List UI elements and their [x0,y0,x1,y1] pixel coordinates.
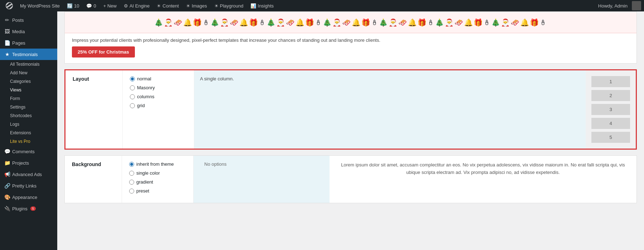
no-options-text: No options [204,161,226,167]
playground-label: Playground [220,3,244,9]
layout-radio-normal[interactable] [130,76,135,81]
promo-decorations: 🎄🎅🛷🔔🎁🕯🎄🎅🛷🔔🎁🕯🎄🎅🛷🔔🎁🕯🎄🎅🛷🔔🎁🕯🎄🎅🛷🔔🎁🕯🎄🎅🛷🔔🎁🕯🎄🎅🛷🔔… [65,12,636,33]
sidebar-item-testimonials[interactable]: ★ Testimonials [0,49,57,60]
playground-link[interactable]: ☀ Playground [211,0,247,11]
bg-radio-single-color[interactable] [129,171,134,176]
bg-inherit-label: inherit from theme [136,161,174,167]
bg-radio-inherit[interactable] [129,162,134,167]
user-avatar[interactable] [632,1,641,10]
column-btn-2[interactable]: 2 [591,90,630,101]
bg-option-preset[interactable]: preset [129,188,186,194]
ai-engine-label: AI Engine [130,3,150,9]
bg-option-single-color[interactable]: single color [129,170,186,176]
layout-masonry-label: Masonry [137,85,155,90]
main-content: 🎄🎅🛷🔔🎁🕯🎄🎅🛷🔔🎁🕯🎄🎅🛷🔔🎁🕯🎄🎅🛷🔔🎁🕯🎄🎅🛷🔔🎁🕯🎄🎅🛷🔔🎁🕯🎄🎅🛷🔔… [57,11,644,250]
bg-option-inherit[interactable]: inherit from theme [129,161,186,167]
content-link[interactable]: ☀ Content [154,0,182,11]
updates-count: 10 [74,3,79,9]
comments-link[interactable]: 💬 0 [83,0,99,11]
wp-wrapper: ✏ Posts 🖼 Media 📄 Pages ★ Testimonials A… [0,11,644,250]
insights-icon: 📊 [250,3,256,9]
insights-label: Insights [258,3,274,9]
admin-bar: My WordPress Site 🔄 10 💬 0 + New ⚙ AI En… [0,0,644,11]
images-link[interactable]: ☀ Images [183,0,210,11]
layout-normal-label: normal [137,76,151,81]
pretty-links-label: Pretty Links [12,183,36,189]
bg-radio-preset[interactable] [129,189,134,194]
pages-icon: 📄 [4,40,10,46]
bg-option-gradient[interactable]: gradient [129,179,186,185]
images-label: Images [192,3,207,9]
layout-option-masonry[interactable]: Masonry [130,85,187,90]
appearance-icon: 🎨 [4,194,10,200]
layout-columns: 1 2 3 4 5 [586,70,636,149]
submenu-views[interactable]: Views [0,86,57,94]
comments-menu-icon: 💬 [4,149,10,154]
comments-count: 0 [93,3,96,9]
submenu-shortcodes[interactable]: Shortcodes [0,111,57,120]
testimonials-label: Testimonials [12,52,38,57]
sidebar-item-advanced-ads[interactable]: 📢 Advanced Ads [0,169,57,180]
no-options-box: No options [194,156,330,203]
submenu-extensions[interactable]: Extensions [0,129,57,137]
layout-grid-label: grid [137,103,145,108]
layout-label: Layout [65,70,123,149]
column-btn-5[interactable]: 5 [591,132,630,143]
submenu-lite-vs-pro[interactable]: Lite vs Pro [0,137,57,146]
submenu-categories[interactable]: Categories [0,77,57,86]
howdy-text: Howdy, Admin [595,3,630,9]
comments-icon: 💬 [86,3,92,9]
content-area: 🎄🎅🛷🔔🎁🕯🎄🎅🛷🔔🎁🕯🎄🎅🛷🔔🎁🕯🎄🎅🛷🔔🎁🕯🎄🎅🛷🔔🎁🕯🎄🎅🛷🔔🎁🕯🎄🎅🛷🔔… [57,11,644,216]
layout-option-columns[interactable]: columns [130,94,187,99]
submenu-logs[interactable]: Logs [0,120,57,129]
comments-menu-label: Comments [12,149,35,154]
content-label: Content [162,3,179,9]
bg-preset-label: preset [136,188,149,194]
insights-link[interactable]: 📊 Insights [248,0,277,11]
sidebar-item-media[interactable]: 🖼 Media [0,26,57,37]
promo-banner: 🎄🎅🛷🔔🎁🕯🎄🎅🛷🔔🎁🕯🎄🎅🛷🔔🎁🕯🎄🎅🛷🔔🎁🕯🎄🎅🛷🔔🎁🕯🎄🎅🛷🔔🎁🕯🎄🎅🛷🔔… [64,11,637,64]
layout-radio-grid[interactable] [130,103,135,108]
layout-option-grid[interactable]: grid [130,103,187,108]
sidebar-item-projects[interactable]: 📁 Projects [0,157,57,169]
promo-body: Impress your potential clients with prof… [65,33,636,63]
sidebar-item-posts[interactable]: ✏ Posts [0,14,57,26]
content-icon: ☀ [157,3,161,9]
media-label: Media [12,29,25,34]
promo-button[interactable]: 25% OFF for Christmas [72,46,135,58]
background-label: Background [65,156,122,203]
sidebar-item-pretty-links[interactable]: 🔗 Pretty Links [0,180,57,191]
pretty-links-icon: 🔗 [4,183,10,189]
sidebar-item-pages[interactable]: 📄 Pages [0,37,57,49]
column-btn-3[interactable]: 3 [591,104,630,115]
column-btn-1[interactable]: 1 [591,76,630,87]
posts-label: Posts [12,18,24,23]
ai-engine-link[interactable]: ⚙ AI Engine [121,0,152,11]
submenu-add-new[interactable]: Add New [0,69,57,77]
admin-menu: ✏ Posts 🖼 Media 📄 Pages ★ Testimonials A… [0,11,57,250]
posts-icon: ✏ [4,17,10,23]
layout-radio-masonry[interactable] [130,85,135,90]
testimonials-icon: ★ [4,51,10,57]
sidebar-item-plugins[interactable]: 🔌 Plugins 5 [0,203,57,214]
column-btn-4[interactable]: 4 [591,118,630,129]
layout-preview-text: A single column. [200,76,234,81]
layout-option-normal[interactable]: normal [130,76,187,81]
sidebar-item-comments[interactable]: 💬 Comments [0,146,57,157]
updates-link[interactable]: 🔄 10 [64,0,82,11]
new-content-link[interactable]: + New [101,0,119,11]
layout-columns-label: columns [137,94,154,99]
submenu-all-testimonials[interactable]: All Testimonials [0,60,57,69]
bg-radio-gradient[interactable] [129,180,134,185]
site-name[interactable]: My WordPress Site [17,0,63,11]
layout-options: normal Masonry columns grid [123,70,194,149]
sidebar-item-appearance[interactable]: 🎨 Appearance [0,191,57,203]
projects-label: Projects [12,160,29,166]
submenu-form[interactable]: Form [0,94,57,103]
wp-logo[interactable] [3,0,16,11]
media-icon: 🖼 [4,29,10,34]
layout-section: Layout normal Masonry columns [64,69,637,150]
submenu-settings[interactable]: Settings [0,103,57,111]
lorem-preview: Lorem ipsum dolor sit amet, accusam comp… [330,156,636,203]
layout-radio-columns[interactable] [130,94,135,99]
